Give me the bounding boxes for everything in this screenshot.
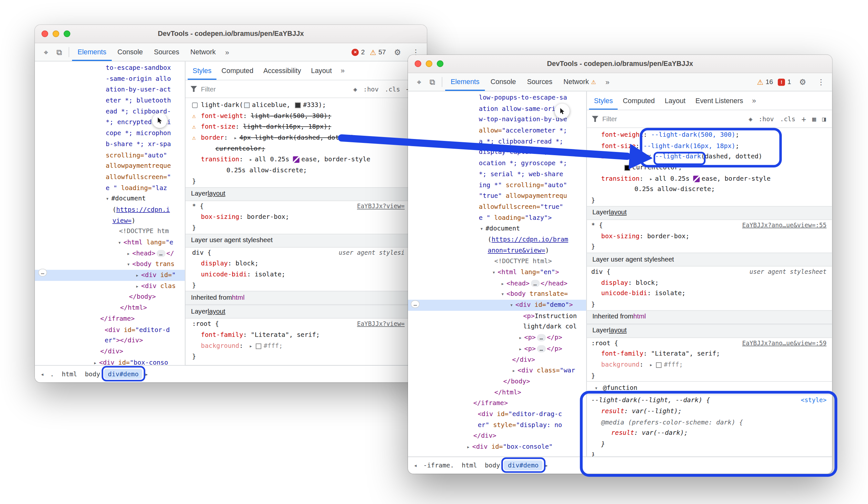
style-declaration-line[interactable]: } [587,450,832,456]
style-declaration-line[interactable]: font-family: "Literata", serif; [185,330,427,341]
styles-section-header[interactable]: Layer layout [185,305,427,319]
style-declaration-line[interactable]: background: ▸#fff; [587,360,832,371]
dom-tree-line[interactable]: a *; clipboard-read *; [408,136,586,147]
issues-badge[interactable]: ! 1 [778,78,791,86]
dom-tree-line[interactable]: </div> [408,431,586,442]
breadcrumb-item[interactable]: div#demo [504,460,542,470]
style-declaration-line[interactable]: ⚠font-size: light-dark(16px, 18px); [185,122,427,132]
dom-tree-line[interactable]: e " loading="laz [35,183,185,194]
dom-tree-line[interactable]: allowfullscreen=" [35,172,185,183]
styles-section-header[interactable]: Layer layout [587,206,832,220]
style-declaration-line[interactable]: } [185,176,427,187]
rule-source-link[interactable]: <style> [801,395,832,406]
tab-computed[interactable]: Computed [216,61,258,80]
style-declaration-line[interactable]: div {user agent stylesheet [587,266,832,278]
dom-tree-line[interactable]: ▾<body trans [35,259,185,270]
style-declaration-line[interactable]: } [587,195,832,206]
layers-icon[interactable]: ◈ [352,85,358,93]
breadcrumb-item[interactable]: body [481,460,504,470]
breadcrumb-back-icon[interactable]: ◂ [411,462,419,469]
style-declaration-line[interactable]: border: ▸4px --light-dark(dashed, dotted… [587,151,832,162]
device-toolbar-icon[interactable]: ⧉ [53,46,66,59]
dom-tree-line[interactable]: allow="accelerometer *; [408,125,586,136]
dom-tree-line[interactable]: "true" allowpaymentrequ [408,191,586,202]
dom-tree-line[interactable]: ▾<html lang="e [35,237,185,248]
console-errors-badge[interactable]: × 2 [352,48,365,56]
close-button[interactable] [42,30,49,37]
zoom-button[interactable] [437,60,444,67]
tab-console[interactable]: Console [485,73,521,91]
dom-tree-line[interactable]: </iframe> [408,398,586,409]
zoom-button[interactable] [64,30,70,37]
styles-filter-input[interactable]: Filter [602,115,744,123]
dom-tree-line[interactable]: -same-origin allo [35,73,185,84]
minimize-button[interactable] [426,60,433,67]
dom-tree-line[interactable]: </html> [35,303,185,314]
dom-tree-line[interactable]: </body> [408,376,586,387]
style-declaration-line[interactable]: display: block; [587,278,832,289]
more-sidebar-tabs-button[interactable]: » [337,61,349,80]
style-declaration-line[interactable]: ⚠border: ▸4px light-dark(dashed, dotted) [185,132,427,143]
breadcrumb-back-icon[interactable]: ◂ [38,371,46,377]
new-style-rule-button[interactable]: + [800,114,807,123]
inspect-icon[interactable]: ⌖ [413,75,426,89]
style-declaration-line[interactable]: } [587,242,832,252]
styles-section-header[interactable]: Layer layout [587,324,832,338]
styles-section-header[interactable]: Inherited from html [185,291,427,305]
dom-tree-line[interactable]: </html> [408,387,586,398]
breadcrumb-item[interactable]: html [458,460,481,470]
dom-tree-line[interactable]: allowpaymentreque [35,161,185,172]
dom-tree-line[interactable]: ▾<div id="demo"> [408,300,586,311]
more-sidebar-tabs-button[interactable]: » [748,91,760,110]
dom-tree-line[interactable]: to-escape-sandbox [35,63,185,74]
tab-elements[interactable]: Elements [72,43,112,61]
grid-icon[interactable]: ▦ [811,115,817,123]
dom-tree-line[interactable]: ▸<p>…</p> [408,343,586,354]
ellipsis-button[interactable]: … [411,300,420,308]
style-declaration-line[interactable]: transition: ▸all 0.25s ease, border-styl… [587,173,832,184]
dom-tree-line[interactable]: ation-by-user-act [35,84,185,95]
dom-tree-line[interactable]: low-popups-to-escape-sa [408,92,586,103]
toggle-element-state-button[interactable]: :hov [757,115,775,123]
dom-tree-line[interactable]: cope *; microphon [35,128,185,139]
dom-tree-line[interactable]: view=) [35,215,185,226]
style-declaration-line[interactable]: box-sizing: border-box; [185,212,427,223]
dom-tree-line[interactable]: </div> [35,346,185,357]
minimize-button[interactable] [53,30,60,37]
more-panels-button[interactable]: » [601,78,613,86]
dom-tree-line[interactable]: <div id="editor-drag-c [408,409,586,420]
inspect-icon[interactable]: ⌖ [39,46,53,59]
console-warnings-badge[interactable]: ⚠ 57 [370,48,386,56]
style-declaration-line[interactable]: unicode-bidi: isolate; [587,289,832,299]
panel-layout-icon[interactable]: ◨ [821,115,827,123]
style-declaration-line[interactable]: result: var(--dark); [587,428,832,439]
style-declaration-line[interactable]: background: ▸#fff; [185,340,427,351]
dom-tree-line[interactable]: er" style="display: no [408,420,586,431]
dom-tree-line[interactable]: ▸<div id="box-conso [35,357,185,365]
style-declaration-line[interactable]: transition: ▸all 0.25s ease, border-styl… [185,154,427,165]
styles-filter-input[interactable]: Filter [201,85,348,93]
style-declaration-line[interactable]: } [587,299,832,310]
titlebar[interactable]: DevTools - codepen.io/bramus/pen/EaYBJJx [408,55,832,73]
tab-network[interactable]: Network⚠ [558,73,601,91]
style-declaration-line[interactable]: 0.25s allow-discrete; [587,184,832,195]
style-declaration-line[interactable]: 0.25s allow-discrete; [185,165,427,176]
style-declaration-line[interactable]: unicode-bidi: isolate; [185,269,427,280]
dom-tree-line[interactable]: <!DOCTYPE htm [35,226,185,237]
style-declaration-line[interactable]: @media (prefers-color-scheme: dark) { [587,417,832,428]
breadcrumb-forward-icon[interactable]: ▸ [542,462,550,469]
settings-gear-icon[interactable]: ⚙ [391,46,404,59]
rule-source-link[interactable]: user agent stylesheet [750,266,832,278]
dom-tree-line[interactable]: (https://cdpn.i [35,204,185,215]
dom-tree-line[interactable]: ▾#document [35,194,185,205]
style-declaration-line[interactable]: } [587,371,832,382]
dom-tree-line[interactable]: ocation *; gyroscope *; [408,158,586,169]
style-declaration-line[interactable]: :root {EaYBJJx?view= [185,319,427,330]
dom-tree-line[interactable]: ▸<head>…</head> [408,278,586,289]
styles-section-header[interactable]: Layer user agent stylesheet [587,252,832,266]
styles-section-header[interactable]: ▾@function [587,382,832,395]
settings-gear-icon[interactable]: ⚙ [796,75,809,89]
style-declaration-line[interactable]: result: var(--light); [587,406,832,417]
ellipsis-button[interactable]: … [38,269,47,276]
style-declaration-line[interactable]: font-weight: --light-dark(500, 300); [587,130,832,141]
